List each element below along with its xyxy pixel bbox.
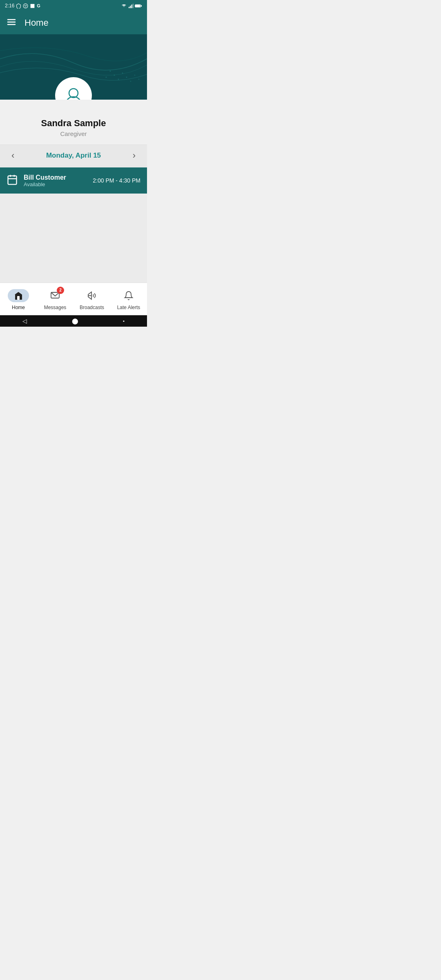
page-title: Home: [24, 18, 49, 28]
hero-banner: [0, 34, 147, 100]
broadcasts-icon: [86, 291, 98, 301]
svg-point-17: [118, 79, 119, 80]
screen-icon: [30, 3, 35, 9]
next-date-button[interactable]: ›: [129, 149, 139, 163]
schedule-info: Bill Customer Available: [24, 174, 87, 187]
svg-point-0: [23, 4, 28, 8]
svg-point-1: [25, 5, 25, 5]
prev-date-button[interactable]: ‹: [8, 149, 18, 163]
svg-point-20: [106, 77, 107, 78]
svg-point-16: [114, 75, 115, 76]
schedule-item[interactable]: Bill Customer Available 2:00 PM - 4:30 P…: [0, 167, 147, 194]
svg-point-15: [110, 71, 111, 72]
bottom-nav: Home 2 Messages Broadcasts: [0, 283, 147, 315]
svg-point-18: [122, 73, 123, 74]
system-nav-bar: ◁ ⬤ ▪: [0, 315, 147, 327]
messages-badge: 2: [57, 287, 64, 294]
signal-icon: [128, 3, 134, 9]
recents-button[interactable]: ▪: [123, 318, 125, 323]
home-nav-label: Home: [12, 305, 25, 310]
profile-name: Sandra Sample: [0, 118, 147, 129]
g-icon: G: [37, 3, 40, 8]
home-button[interactable]: ⬤: [72, 318, 78, 324]
status-time: 2:16: [5, 3, 14, 9]
schedule-time: 2:00 PM - 4:30 PM: [93, 177, 140, 184]
nav-item-messages[interactable]: 2 Messages: [37, 288, 74, 310]
late-alerts-nav-label: Late Alerts: [117, 305, 140, 310]
home-icon: [13, 291, 23, 301]
status-left: 2:16 G: [5, 3, 40, 9]
profile-role: Caregiver: [0, 130, 147, 137]
svg-rect-3: [31, 4, 35, 8]
calendar-icon: [7, 174, 18, 187]
current-date: Monday, April 15: [46, 151, 101, 160]
late-alerts-icon-wrap: [119, 288, 138, 303]
status-right: [121, 3, 142, 9]
customer-status: Available: [24, 181, 87, 187]
svg-point-21: [130, 81, 131, 82]
shield-icon: [16, 3, 21, 9]
broadcasts-icon-wrap: [82, 288, 102, 303]
home-icon-wrap: [9, 288, 28, 303]
svg-point-2: [26, 5, 27, 5]
battery-icon: [135, 4, 142, 8]
svg-rect-6: [131, 4, 132, 8]
profile-section: Sandra Sample Caregiver: [0, 100, 147, 145]
svg-rect-10: [135, 4, 140, 7]
date-navigator: ‹ Monday, April 15 ›: [0, 145, 147, 167]
svg-point-23: [138, 79, 140, 80]
broadcasts-nav-label: Broadcasts: [80, 305, 104, 310]
svg-point-22: [134, 75, 136, 76]
nav-item-broadcasts[interactable]: Broadcasts: [74, 288, 110, 310]
svg-point-19: [126, 77, 127, 78]
wifi-icon: [121, 3, 127, 9]
svg-rect-9: [141, 5, 142, 6]
svg-rect-25: [8, 176, 17, 185]
messages-icon-wrap: 2: [45, 288, 65, 303]
svg-rect-5: [130, 5, 131, 8]
messages-nav-label: Messages: [44, 305, 67, 310]
hamburger-menu-button[interactable]: [7, 17, 16, 29]
back-button[interactable]: ◁: [22, 318, 27, 324]
svg-rect-4: [129, 7, 129, 8]
customer-name: Bill Customer: [24, 174, 87, 181]
app-header: Home: [0, 11, 147, 34]
status-bar: 2:16 G: [0, 0, 147, 11]
nav-item-late-alerts[interactable]: Late Alerts: [110, 288, 147, 310]
nav-item-home[interactable]: Home: [0, 288, 37, 310]
face-icon: [23, 3, 28, 9]
svg-point-24: [69, 89, 78, 98]
bell-icon: [124, 291, 134, 301]
svg-rect-7: [133, 4, 134, 8]
svg-rect-29: [17, 296, 20, 300]
